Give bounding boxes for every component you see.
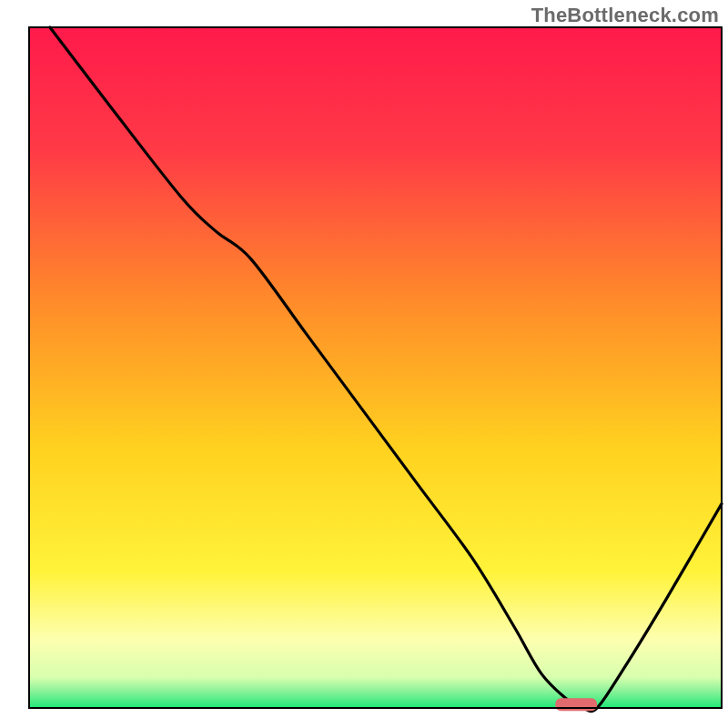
optimal-marker xyxy=(555,698,597,711)
bottleneck-chart xyxy=(0,0,728,728)
plot-background xyxy=(29,27,722,708)
chart-container: TheBottleneck.com xyxy=(0,0,728,728)
watermark-text: TheBottleneck.com xyxy=(531,4,719,27)
